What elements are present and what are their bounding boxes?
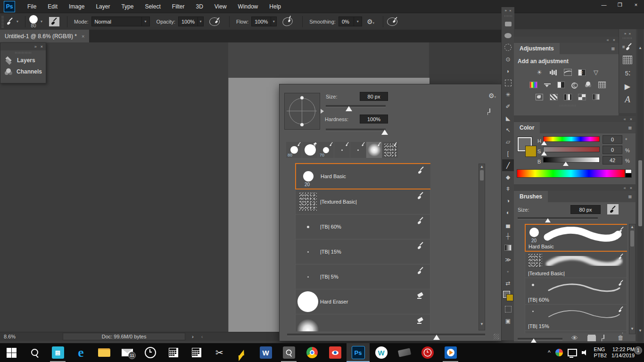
brush-angle-control[interactable]	[284, 93, 320, 130]
panel-icon-glyphs[interactable]: 5▪▪	[619, 66, 636, 80]
recent-brush-texture[interactable]	[382, 142, 398, 158]
taskbar-app-mpc[interactable]	[416, 343, 439, 362]
dock-scroll-up-icon[interactable]: ▲	[637, 46, 643, 50]
brightness-slider[interactable]	[543, 157, 600, 163]
tray-chevron-icon[interactable]: ^	[548, 349, 551, 356]
tool-marquee-icon[interactable]	[502, 77, 514, 89]
opacity-dropdown[interactable]: 100% ▾	[178, 16, 204, 26]
tool-gradient-icon[interactable]	[502, 242, 514, 254]
exposure-icon[interactable]: ±	[577, 68, 587, 76]
panel-icon-swatches[interactable]	[619, 53, 636, 66]
float-panel-close-icon[interactable]: ×	[41, 44, 43, 49]
preset-row-textured-basic[interactable]: |Textured Basic|	[295, 189, 430, 214]
panel-strip-close-icon[interactable]: ×	[628, 32, 631, 36]
close-button[interactable]: ×	[632, 2, 640, 8]
popup-hardness-slider-track[interactable]	[326, 129, 386, 131]
background-color-swatch[interactable]	[506, 294, 513, 301]
layers-panel-item[interactable]: Layers	[0, 55, 46, 66]
background-color-swatch-large[interactable]	[525, 146, 537, 157]
tool-polygon-icon[interactable]: ▱	[502, 136, 514, 148]
brushes-close-icon[interactable]: ×	[630, 186, 632, 190]
taskbar-app-file-explorer[interactable]	[92, 343, 116, 362]
channels-panel-item[interactable]: Channels	[0, 66, 46, 77]
taskbar-app-media-player[interactable]	[439, 343, 462, 362]
tool-preset-chevron-icon[interactable]: ▾	[14, 13, 21, 30]
brushes-size-slider-track[interactable]	[518, 217, 598, 220]
taskbar-app-tablet-driver[interactable]	[393, 343, 416, 362]
channel-mixer-icon[interactable]	[583, 81, 594, 89]
taskbar-app-snipping-tool[interactable]: ✂	[208, 343, 231, 362]
document-tab-close-icon[interactable]: ×	[82, 33, 84, 39]
tray-color-app-icon[interactable]	[555, 349, 563, 356]
status-arrow-right-icon[interactable]: ›	[192, 334, 194, 339]
swap-colors-icon[interactable]: ⇄	[502, 277, 514, 289]
brushes-size-field[interactable]: 80 px	[570, 205, 601, 214]
taskbar-app-magnifier-tool[interactable]	[277, 343, 300, 362]
tool-eraser-icon[interactable]: ◆	[502, 171, 514, 183]
flow-dropdown[interactable]: 100% ▾	[251, 16, 277, 26]
toolbar-grip[interactable]	[504, 15, 512, 17]
tool-rectangle-icon[interactable]	[502, 18, 514, 30]
tool-dodge-icon[interactable]: ◑	[502, 195, 514, 206]
vibrance-icon[interactable]: ▽	[591, 68, 601, 76]
taskbar-app-irfanview[interactable]	[323, 343, 347, 362]
hue-value-field[interactable]: 0	[603, 135, 622, 144]
popup-gear-icon[interactable]: ⚙▾	[488, 92, 496, 99]
foreground-background-swatches[interactable]	[502, 289, 514, 303]
brushes-preview-size-slider[interactable]	[518, 338, 562, 340]
popup-size-slider-thumb[interactable]	[346, 106, 352, 111]
preset-list-scrollbar[interactable]: ▲ ▼	[479, 164, 485, 330]
menu-help[interactable]: Help	[264, 0, 287, 13]
mode-dropdown[interactable]: Normal ▾	[91, 16, 150, 26]
brushes-collapse-icon[interactable]: «	[624, 186, 626, 190]
status-arrow-left-icon[interactable]: ‹	[201, 334, 203, 339]
tool-move-icon[interactable]: ↖	[502, 124, 514, 136]
tool-type-icon[interactable]: [	[502, 148, 514, 159]
zoom-level[interactable]: 8.6%	[4, 334, 16, 339]
tab-brushes[interactable]: Brushes	[514, 191, 548, 202]
preset-row-tb-60[interactable]: |TB| 60%	[295, 214, 430, 239]
taskbar-app-presentation[interactable]: ▤	[46, 343, 69, 362]
hue-slider-thumb[interactable]	[541, 141, 547, 145]
invert-icon[interactable]	[534, 93, 545, 101]
brightness-value-field[interactable]: 42	[603, 156, 622, 165]
float-panel-collapse-icon[interactable]: »	[34, 44, 37, 49]
menu-filter[interactable]: Filter	[166, 0, 190, 13]
color-balance-icon[interactable]	[542, 81, 553, 89]
tool-ellipse-icon[interactable]	[502, 30, 514, 41]
color-close-icon[interactable]: ×	[630, 117, 632, 122]
recent-brush-80[interactable]: 80	[286, 142, 302, 158]
popup-preview-size-slider-thumb[interactable]	[433, 335, 440, 340]
curves-icon[interactable]	[562, 68, 573, 76]
scroll-down-icon[interactable]: ▼	[480, 322, 484, 326]
brightness-contrast-icon[interactable]: ☀	[534, 68, 545, 76]
levels-icon[interactable]	[548, 68, 559, 76]
scroll-up-icon[interactable]: ▲	[629, 225, 635, 229]
volume-icon[interactable]	[582, 349, 589, 356]
tool-lasso-icon[interactable]: ◗	[502, 65, 514, 77]
document-tab[interactable]: Untitled-1 @ 8.6% (RGB/8) * ×	[0, 30, 89, 42]
popup-hardness-field[interactable]: 100%	[360, 115, 388, 123]
scroll-up-icon[interactable]: ▲	[479, 165, 485, 169]
quick-mask-icon[interactable]: ▣	[502, 315, 514, 327]
clock-indicator[interactable]: 12:22 PM 1/14/2019	[611, 346, 635, 359]
tool-brush-icon[interactable]: ╱	[502, 159, 514, 171]
panel-icon-character[interactable]: A	[619, 93, 636, 106]
brushes-row-tb-15[interactable]: |TB| 15%	[525, 304, 627, 331]
brush-tool-icon[interactable]	[7, 18, 14, 25]
tool-smudge-icon[interactable]: ◦	[502, 265, 514, 277]
tool-sharpen-icon[interactable]: ≫	[502, 254, 514, 265]
adjustments-menu-icon[interactable]: ≡	[611, 45, 615, 52]
options-bar-grip[interactable]	[1, 16, 4, 28]
adjustments-collapse-icon[interactable]: «	[607, 38, 609, 42]
restore-button[interactable]: ❐	[616, 2, 624, 8]
menu-select[interactable]: Select	[139, 0, 166, 13]
saturation-slider[interactable]	[543, 147, 600, 152]
menu-image[interactable]: Image	[63, 0, 90, 13]
size-pressure-icon[interactable]	[387, 17, 397, 26]
tool-elliptical-marquee-icon[interactable]	[502, 41, 514, 53]
photo-filter-icon[interactable]	[570, 81, 580, 89]
tool-burn-icon[interactable]: ◐	[502, 206, 514, 218]
recent-brush-dot-2[interactable]	[350, 142, 366, 158]
float-panel-grip[interactable]	[15, 52, 31, 54]
